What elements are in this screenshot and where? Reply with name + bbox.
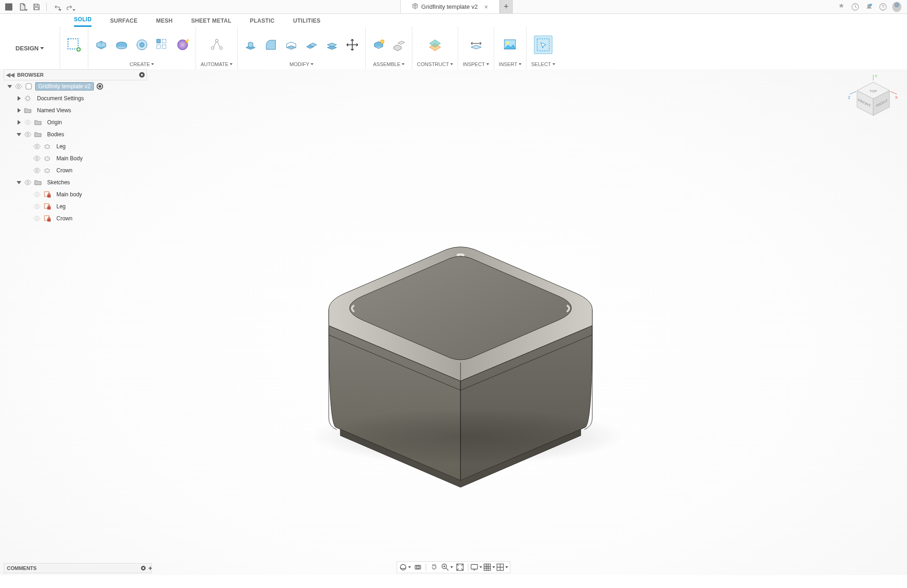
- tree-label: Leg: [54, 143, 68, 150]
- document-icon: [412, 3, 418, 11]
- sketch-locked-icon: [43, 215, 51, 222]
- svg-point-38: [36, 145, 38, 147]
- ribbon-group-automate: AUTOMATE: [196, 27, 238, 69]
- model-view: [285, 196, 636, 497]
- ribbon-group-sketch: [60, 27, 88, 69]
- presspull-button[interactable]: [242, 36, 259, 53]
- tree-label: Main body: [54, 191, 85, 198]
- tree-root[interactable]: Gridfinity template v2: [4, 80, 147, 92]
- job-status-icon[interactable]: [851, 2, 860, 12]
- ribbon-group-modify: MODIFY: [238, 27, 366, 69]
- form-button[interactable]: [174, 36, 191, 53]
- create-sketch-button[interactable]: [65, 36, 83, 54]
- comments-bar[interactable]: COMMENTS: [4, 563, 152, 573]
- shell-button[interactable]: [283, 36, 300, 53]
- visibility-icon[interactable]: [33, 155, 41, 162]
- new-tab-button[interactable]: +: [500, 0, 513, 13]
- visibility-icon[interactable]: [15, 83, 22, 90]
- move-button[interactable]: [344, 36, 361, 53]
- zoom-button[interactable]: [441, 562, 453, 572]
- visibility-icon[interactable]: [24, 131, 31, 138]
- tab-utilities[interactable]: UTILITIES: [293, 18, 320, 27]
- svg-rect-23: [162, 45, 166, 48]
- group-label-insert: INSERT: [499, 61, 517, 67]
- automate-button[interactable]: [208, 36, 226, 54]
- pattern-button[interactable]: [154, 36, 171, 53]
- visibility-off-icon[interactable]: [24, 119, 31, 126]
- help-icon[interactable]: [878, 2, 888, 12]
- tab-sheetmetal[interactable]: SHEET METAL: [191, 18, 232, 27]
- tree-label: Origin: [44, 119, 65, 126]
- viewport-button[interactable]: [496, 562, 508, 572]
- fillet-button[interactable]: [263, 36, 279, 53]
- new-component-button[interactable]: [370, 36, 387, 53]
- visibility-icon[interactable]: [24, 179, 31, 186]
- visibility-off-icon[interactable]: [33, 203, 41, 210]
- workspace-switcher[interactable]: DESIGN: [0, 27, 60, 69]
- tree-item-sketch-mainbody[interactable]: Main body: [4, 188, 147, 200]
- tab-mesh[interactable]: MESH: [156, 18, 173, 27]
- group-label-modify: MODIFY: [289, 61, 309, 67]
- extensions-icon[interactable]: [837, 2, 846, 12]
- lookAt-button[interactable]: [412, 562, 424, 572]
- viewcube[interactable]: TOP FRONT RIGHT Y X Z: [848, 74, 899, 125]
- display-settings-button[interactable]: [470, 562, 482, 572]
- navigation-bar: [397, 561, 510, 573]
- canvas-area[interactable]: ◀◀ BROWSER Gridfinity template v2 Docume…: [0, 69, 907, 575]
- tree-item-bodies[interactable]: Bodies: [4, 128, 147, 140]
- tree-item-body-mainbody[interactable]: Main Body: [4, 152, 147, 164]
- tree-item-sketch-leg[interactable]: Leg: [4, 200, 147, 212]
- visibility-icon[interactable]: [33, 167, 41, 174]
- sweep-button[interactable]: [134, 36, 150, 53]
- notifications-icon[interactable]: [864, 2, 874, 12]
- tab-solid[interactable]: SOLID: [74, 16, 92, 27]
- data-panel-icon[interactable]: [3, 1, 15, 12]
- align-button[interactable]: [324, 36, 340, 53]
- joint-button[interactable]: [391, 36, 407, 53]
- construct-plane-button[interactable]: [426, 36, 444, 54]
- file-icon[interactable]: [17, 1, 29, 12]
- svg-rect-10: [35, 7, 38, 10]
- tree-item-named-views[interactable]: Named Views: [4, 104, 147, 116]
- close-tab-icon[interactable]: ×: [484, 3, 488, 11]
- svg-point-39: [36, 158, 38, 159]
- measure-button[interactable]: [467, 36, 485, 54]
- svg-rect-0: [6, 4, 7, 6]
- pan-button[interactable]: [428, 562, 440, 572]
- tab-plastic[interactable]: PLASTIC: [250, 18, 275, 27]
- tab-surface[interactable]: SURFACE: [110, 18, 137, 27]
- browser-header[interactable]: ◀◀ BROWSER: [4, 69, 147, 80]
- tree-item-document-settings[interactable]: Document Settings: [4, 92, 147, 104]
- grid-button[interactable]: [483, 562, 495, 572]
- activate-dot-icon[interactable]: [97, 83, 103, 90]
- comments-options-icon[interactable]: [141, 566, 146, 570]
- select-button[interactable]: [534, 36, 552, 54]
- combine-button[interactable]: [303, 36, 320, 53]
- redo-icon[interactable]: [64, 1, 76, 12]
- svg-rect-7: [8, 8, 10, 10]
- tree-item-origin[interactable]: Origin: [4, 116, 147, 128]
- visibility-off-icon[interactable]: [33, 191, 41, 198]
- document-tab[interactable]: Gridfinity template v2 ×: [400, 0, 499, 13]
- collapse-browser-icon[interactable]: ◀◀: [6, 72, 14, 78]
- visibility-off-icon[interactable]: [33, 215, 41, 222]
- extrude-button[interactable]: [93, 36, 110, 53]
- tree-item-body-crown[interactable]: Crown: [4, 164, 147, 176]
- body-icon: [43, 143, 51, 150]
- user-avatar[interactable]: [892, 2, 901, 12]
- undo-icon[interactable]: [50, 1, 62, 12]
- browser-options-icon[interactable]: [139, 72, 145, 78]
- tree-item-sketches[interactable]: Sketches: [4, 176, 147, 188]
- insert-button[interactable]: [501, 36, 519, 54]
- component-icon: [25, 83, 32, 90]
- save-icon[interactable]: [31, 1, 43, 12]
- tree-label: Crown: [54, 215, 75, 222]
- svg-line-56: [890, 91, 897, 94]
- visibility-icon[interactable]: [33, 143, 41, 150]
- orbit-button[interactable]: [399, 562, 411, 572]
- tree-label: Main Body: [54, 155, 86, 162]
- fit-button[interactable]: [454, 562, 466, 572]
- tree-item-sketch-crown[interactable]: Crown: [4, 212, 147, 224]
- tree-item-body-leg[interactable]: Leg: [4, 140, 147, 152]
- revolve-button[interactable]: [113, 36, 130, 53]
